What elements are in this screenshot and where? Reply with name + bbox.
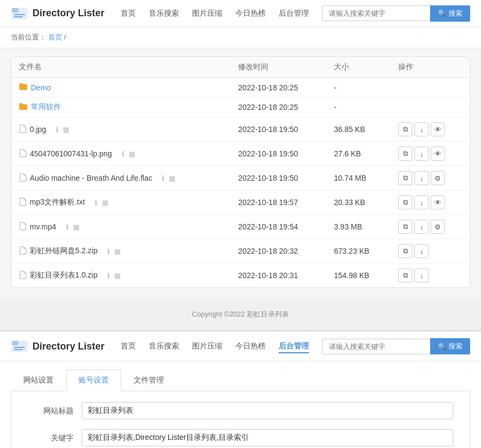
info-icon[interactable]: ℹ	[162, 174, 164, 182]
play-button[interactable]: ⚙	[431, 171, 445, 185]
file-modified: 2022-10-18 19:50	[230, 166, 326, 190]
file-icon	[19, 222, 27, 232]
nav-admin[interactable]: 后台管理	[279, 6, 309, 21]
download-button[interactable]: ↓	[414, 195, 429, 209]
file-icon	[19, 271, 27, 281]
qr-icon[interactable]: ▦	[169, 174, 175, 182]
file-size: 10.74 MB	[326, 166, 391, 190]
file-name[interactable]: Demo	[31, 83, 51, 92]
copy-button[interactable]: ⧉	[398, 244, 412, 258]
nav-image[interactable]: 图片压缩	[192, 6, 222, 21]
preview-button[interactable]: 👁	[431, 195, 445, 209]
file-icon	[19, 246, 27, 256]
preview-button[interactable]: 👁	[431, 122, 445, 136]
bottom-nav-home[interactable]: 首页	[121, 339, 136, 353]
folder-icon	[19, 83, 28, 92]
file-modified: 2022-10-18 20:25	[230, 97, 326, 117]
bottom-nav-hot[interactable]: 今日热榜	[235, 339, 266, 353]
footer: Copyright ©2022 彩虹目录列表	[0, 299, 481, 330]
qr-icon[interactable]: ▦	[114, 272, 121, 280]
bottom-nav-admin[interactable]: 后台管理	[279, 339, 309, 353]
breadcrumb-home[interactable]: 首页	[48, 33, 62, 41]
file-actions: ⧉↓	[391, 263, 470, 288]
file-name: 0.jpg	[30, 125, 46, 134]
play-button[interactable]: ⚙	[431, 220, 445, 234]
table-row: Audio machine - Breath And Life.flacℹ▦20…	[11, 166, 470, 190]
logo-area: Directory Lister	[11, 5, 104, 22]
file-name: mp3文件解析.txt	[30, 197, 85, 207]
bottom-logo-area: Directory Lister	[11, 338, 104, 355]
file-actions: ⧉↓⚙	[391, 166, 470, 190]
top-search-button[interactable]: 🔍 搜索	[430, 5, 470, 22]
file-icon	[19, 173, 27, 183]
nav-home[interactable]: 首页	[121, 6, 136, 21]
top-search-input[interactable]	[322, 5, 430, 21]
info-icon[interactable]: ℹ	[56, 126, 58, 134]
file-name-cell: 彩虹外链网盘5.2.zipℹ▦	[11, 239, 230, 263]
copy-button[interactable]: ⧉	[398, 122, 412, 136]
info-icon[interactable]: ℹ	[107, 247, 110, 255]
copy-button[interactable]: ⧉	[398, 171, 412, 185]
settings-form: 网站标题关键字网站描述首页公告	[11, 391, 470, 448]
breadcrumb: 当前位置： 首页 /	[0, 27, 481, 48]
admin-tab-2[interactable]: 文件管理	[121, 370, 176, 391]
bottom-nav-music[interactable]: 音乐搜索	[149, 339, 179, 353]
file-name[interactable]: 常用软件	[31, 102, 61, 112]
form-label-0: 网站标题	[28, 402, 82, 416]
download-button[interactable]: ↓	[414, 147, 429, 161]
file-name-cell: 彩虹目录列表1.0.zipℹ▦	[11, 263, 230, 288]
admin-tab-1[interactable]: 账号设置	[66, 370, 121, 391]
preview-button[interactable]: 👁	[431, 147, 445, 161]
qr-icon[interactable]: ▦	[73, 223, 80, 231]
top-navbar: Directory Lister 首页 音乐搜索 图片压缩 今日热榜 后台管理 …	[0, 0, 481, 27]
admin-tabs: 网站设置账号设置文件管理	[11, 370, 470, 391]
info-icon[interactable]: ℹ	[95, 199, 97, 207]
table-row: 45047061007431-lp.pngℹ▦2022-10-18 19:502…	[11, 142, 470, 166]
file-icon	[19, 124, 27, 135]
search-icon: 🔍	[438, 9, 446, 17]
bottom-search-btn-label: 搜索	[449, 341, 463, 351]
file-name: mv.mp4	[30, 222, 56, 231]
file-size: -	[326, 78, 391, 97]
nav-hot[interactable]: 今日热榜	[235, 6, 266, 21]
col-modified: 修改时间	[230, 57, 326, 78]
qr-icon[interactable]: ▦	[102, 199, 108, 207]
copyright-text: Copyright ©2022 彩虹目录列表	[192, 310, 289, 318]
logo-icon	[11, 5, 28, 22]
download-button[interactable]: ↓	[414, 171, 429, 185]
copy-button[interactable]: ⧉	[398, 220, 412, 234]
file-size: 3.93 MB	[326, 215, 391, 239]
copy-button[interactable]: ⧉	[398, 268, 412, 282]
form-input-1[interactable]	[82, 429, 453, 446]
file-modified: 2022-10-18 19:57	[230, 190, 326, 215]
table-row: Demo2022-10-18 20:25-	[11, 78, 470, 97]
download-button[interactable]: ↓	[414, 220, 429, 234]
form-row-0: 网站标题	[28, 402, 453, 419]
info-icon[interactable]: ℹ	[66, 223, 69, 231]
admin-tab-0[interactable]: 网站设置	[11, 370, 66, 391]
file-modified: 2022-10-18 20:31	[230, 263, 326, 288]
qr-icon[interactable]: ▦	[63, 126, 69, 134]
download-button[interactable]: ↓	[414, 122, 429, 136]
form-input-0[interactable]	[82, 402, 453, 419]
svg-rect-1	[12, 8, 18, 12]
file-modified: 2022-10-18 19:54	[230, 215, 326, 239]
qr-icon[interactable]: ▦	[129, 150, 135, 158]
info-icon[interactable]: ℹ	[122, 150, 124, 158]
copy-button[interactable]: ⧉	[398, 195, 412, 209]
file-modified: 2022-10-18 19:50	[230, 117, 326, 142]
file-name-cell: 常用软件	[11, 97, 230, 117]
bottom-search-button[interactable]: 🔍 搜索	[430, 338, 470, 354]
bottom-search-input[interactable]	[322, 339, 430, 354]
download-button[interactable]: ↓	[414, 244, 429, 258]
download-button[interactable]: ↓	[414, 268, 429, 282]
qr-icon[interactable]: ▦	[114, 247, 121, 255]
col-actions: 操作	[391, 57, 470, 78]
table-row: mv.mp4ℹ▦2022-10-18 19:543.93 MB⧉↓⚙	[11, 215, 470, 239]
nav-music[interactable]: 音乐搜索	[149, 6, 179, 21]
copy-button[interactable]: ⧉	[398, 147, 412, 161]
info-icon[interactable]: ℹ	[107, 272, 110, 280]
bottom-nav-image[interactable]: 图片压缩	[192, 339, 222, 353]
bottom-search-icon: 🔍	[438, 342, 446, 351]
file-name-cell: mv.mp4ℹ▦	[11, 215, 230, 239]
